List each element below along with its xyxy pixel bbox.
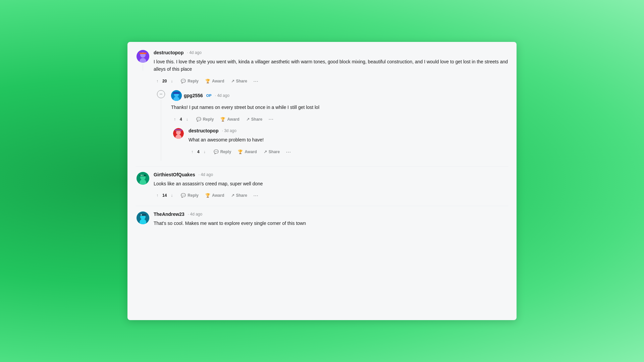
- comment-3-content: TheAndrew23 · 4d ago That's so cool. Mak…: [154, 212, 508, 230]
- upvote-deep[interactable]: ↑: [189, 148, 196, 156]
- comment-1-actions: ↑ 20 ↓ 💬 Reply 🏆: [154, 76, 508, 86]
- downvote-deep[interactable]: ↓: [201, 148, 208, 156]
- timestamp-deep: · 3d ago: [222, 128, 236, 133]
- reply-1-1-body: Thanks! I put names on every street but …: [171, 104, 508, 111]
- comment-3: TheAndrew23 · 4d ago That's so cool. Mak…: [136, 212, 508, 230]
- share-icon-1: ↗: [231, 79, 234, 83]
- vote-count-1-1: 4: [180, 117, 182, 122]
- deep-reply-actions: ↑ 4 ↓ 💬 Reply: [189, 147, 508, 157]
- vote-count-deep: 4: [197, 149, 200, 154]
- more-btn-2[interactable]: ···: [251, 191, 260, 200]
- comment-1-body: I love this. I love the style you went w…: [154, 58, 508, 73]
- vote-count-2: 14: [162, 193, 167, 198]
- collapse-btn-2[interactable]: −: [157, 90, 165, 98]
- reply-icon-1: 💬: [181, 79, 186, 83]
- reply-btn-2[interactable]: 💬 Reply: [178, 191, 201, 199]
- svg-point-18: [141, 175, 142, 176]
- share-btn-2[interactable]: ↗ Share: [228, 191, 250, 199]
- downvote-icon-1: ↓: [171, 79, 173, 83]
- svg-point-19: [142, 175, 144, 176]
- reply-1-1: gpg2556 OP · 4d ago Thanks! I put names …: [171, 90, 508, 157]
- upvote-1-1[interactable]: ↑: [171, 115, 178, 123]
- award-icon-1: 🏆: [205, 79, 210, 83]
- downvote-1-1[interactable]: ↓: [183, 115, 191, 123]
- vote-count-1: 20: [162, 79, 167, 83]
- comment-2: GirthiestOfQuakes · 4d ago Looks like an…: [136, 172, 508, 200]
- reply-icon-2: 💬: [181, 193, 186, 198]
- share-btn-1[interactable]: ↗ Share: [228, 77, 250, 85]
- thread-line-2[interactable]: [161, 100, 161, 161]
- reply-thread-1: −: [154, 90, 508, 161]
- award-btn-2[interactable]: 🏆 Award: [203, 191, 227, 199]
- award-icon-deep: 🏆: [238, 149, 243, 154]
- avatar-destructopop-small: [173, 128, 184, 139]
- deep-reply-thread: destructopop · 3d ago What an awesome pr…: [171, 128, 508, 157]
- more-btn-1-1[interactable]: ···: [266, 114, 275, 124]
- reply-1-1-actions: ↑ 4 ↓ 💬 Reply: [171, 114, 508, 124]
- avatar-andrew: [137, 212, 149, 224]
- reply-icon-1-1: 💬: [196, 117, 201, 122]
- share-icon-deep: ↗: [264, 149, 267, 154]
- upvote-2[interactable]: ↑: [154, 191, 161, 199]
- comment-1: destructopop · 4d ago I love this. I lov…: [136, 50, 508, 161]
- timestamp-2: · 4d ago: [199, 172, 213, 177]
- award-icon-2: 🏆: [205, 193, 210, 198]
- svg-rect-13: [176, 130, 181, 131]
- username-andrew: TheAndrew23: [154, 212, 184, 217]
- share-btn-deep[interactable]: ↗ Share: [261, 148, 282, 156]
- vote-group-deep: ↑ 4 ↓: [189, 148, 208, 156]
- deep-reply-body: What an awesome problem to have!: [189, 136, 508, 143]
- upvote-1[interactable]: ↑: [154, 77, 161, 85]
- separator-1: [136, 166, 508, 167]
- username-destructopop-2: destructopop: [189, 128, 218, 133]
- comment-2-content: GirthiestOfQuakes · 4d ago Looks like an…: [154, 172, 508, 200]
- timestamp-3: · 4d ago: [188, 212, 202, 217]
- comment-thread: destructopop · 4d ago I love this. I lov…: [127, 50, 517, 230]
- timestamp-1: · 4d ago: [187, 50, 201, 55]
- avatar-gpg2556: [171, 90, 182, 101]
- username-girthiest: GirthiestOfQuakes: [154, 172, 195, 177]
- upvote-icon-1: ↑: [156, 79, 158, 83]
- separator-2: [136, 206, 508, 206]
- op-badge: OP: [206, 94, 212, 98]
- username-destructopop: destructopop: [154, 50, 183, 55]
- award-btn-1-1[interactable]: 🏆 Award: [218, 115, 242, 123]
- avatar-girthiest: [137, 172, 149, 185]
- svg-point-24: [141, 214, 142, 216]
- avatar-destructopop: [137, 50, 149, 63]
- reply-content-1-1: gpg2556 OP · 4d ago Thanks! I put names …: [168, 90, 508, 161]
- vote-group-1-1: ↑ 4 ↓: [171, 115, 191, 123]
- share-icon-1-1: ↗: [246, 117, 250, 122]
- award-icon-1-1: 🏆: [220, 117, 225, 122]
- reply-btn-1[interactable]: 💬 Reply: [178, 77, 201, 85]
- vote-group-1: ↑ 20 ↓: [154, 77, 175, 85]
- comment-1-content: destructopop · 4d ago I love this. I lov…: [154, 50, 508, 161]
- comment-panel: destructopop · 4d ago I love this. I lov…: [127, 42, 517, 320]
- award-btn-deep[interactable]: 🏆 Award: [235, 148, 259, 156]
- username-gpg2556: gpg2556: [184, 93, 203, 98]
- share-icon-2: ↗: [231, 193, 234, 198]
- comment-3-body: That's so cool. Makes me want to explore…: [154, 220, 508, 227]
- award-btn-1[interactable]: 🏆 Award: [203, 77, 227, 85]
- svg-rect-8: [173, 92, 180, 94]
- reply-btn-deep[interactable]: 💬 Reply: [211, 148, 234, 156]
- more-btn-deep[interactable]: ···: [284, 147, 293, 157]
- vote-group-2: ↑ 14 ↓: [154, 191, 175, 199]
- thread-line-1[interactable]: [143, 64, 143, 71]
- more-btn-1[interactable]: ···: [251, 76, 260, 86]
- deep-reply-content: destructopop · 3d ago What an awesome pr…: [186, 128, 508, 157]
- downvote-2[interactable]: ↓: [168, 191, 175, 199]
- reply-icon-deep: 💬: [214, 149, 219, 154]
- svg-rect-4: [140, 53, 146, 54]
- reply-btn-1-1[interactable]: 💬 Reply: [194, 115, 217, 123]
- comment-2-actions: ↑ 14 ↓ 💬 Reply 🏆 Award: [154, 191, 508, 200]
- share-btn-1-1[interactable]: ↗ Share: [244, 115, 265, 123]
- comment-2-body: Looks like an assassin's creed map, supe…: [154, 180, 508, 187]
- downvote-1[interactable]: ↓: [168, 77, 175, 85]
- timestamp-1-1: · 4d ago: [215, 93, 229, 98]
